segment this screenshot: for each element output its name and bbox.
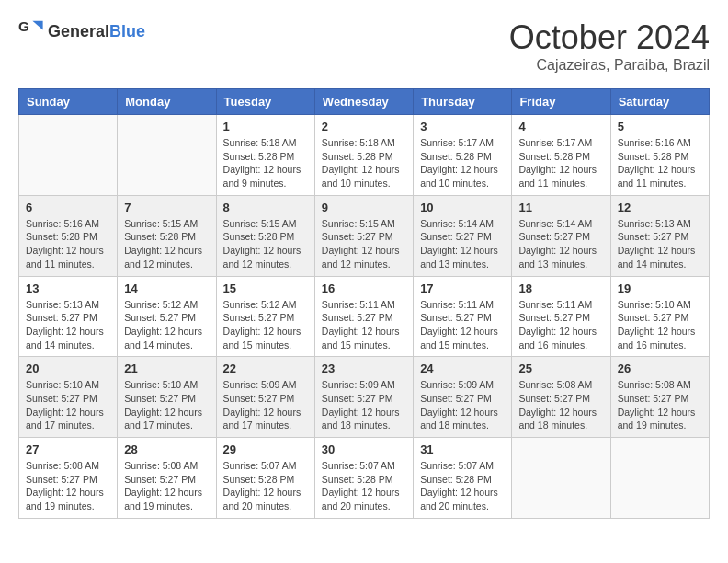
calendar-cell: 13Sunrise: 5:13 AM Sunset: 5:27 PM Dayli… [19, 276, 118, 357]
day-number: 19 [618, 282, 702, 295]
day-info: Sunrise: 5:15 AM Sunset: 5:27 PM Dayligh… [322, 217, 406, 271]
day-number: 5 [618, 120, 702, 133]
day-info: Sunrise: 5:07 AM Sunset: 5:28 PM Dayligh… [223, 459, 308, 513]
day-number: 6 [26, 201, 110, 214]
calendar-cell: 27Sunrise: 5:08 AM Sunset: 5:27 PM Dayli… [19, 438, 118, 519]
svg-text:G: G [18, 18, 29, 34]
calendar-cell: 26Sunrise: 5:08 AM Sunset: 5:27 PM Dayli… [610, 357, 709, 438]
calendar-cell: 5Sunrise: 5:16 AM Sunset: 5:28 PM Daylig… [610, 115, 709, 196]
day-number: 1 [223, 120, 308, 133]
calendar-cell: 18Sunrise: 5:11 AM Sunset: 5:27 PM Dayli… [512, 276, 610, 357]
month-title: October 2024 [509, 18, 710, 57]
calendar-cell: 1Sunrise: 5:18 AM Sunset: 5:28 PM Daylig… [216, 115, 314, 196]
day-info: Sunrise: 5:07 AM Sunset: 5:28 PM Dayligh… [420, 459, 505, 513]
calendar-cell [19, 115, 118, 196]
svg-marker-1 [32, 21, 42, 30]
calendar-cell: 14Sunrise: 5:12 AM Sunset: 5:27 PM Dayli… [118, 276, 216, 357]
day-number: 16 [322, 282, 406, 295]
title-area: October 2024 Cajazeiras, Paraiba, Brazil [509, 18, 710, 74]
calendar-week-row: 20Sunrise: 5:10 AM Sunset: 5:27 PM Dayli… [19, 357, 710, 438]
calendar-cell: 4Sunrise: 5:17 AM Sunset: 5:28 PM Daylig… [512, 115, 610, 196]
day-number: 17 [420, 282, 505, 295]
calendar-cell: 16Sunrise: 5:11 AM Sunset: 5:27 PM Dayli… [314, 276, 413, 357]
day-info: Sunrise: 5:10 AM Sunset: 5:27 PM Dayligh… [26, 378, 110, 432]
calendar-cell: 22Sunrise: 5:09 AM Sunset: 5:27 PM Dayli… [216, 357, 314, 438]
calendar-cell: 15Sunrise: 5:12 AM Sunset: 5:27 PM Dayli… [216, 276, 314, 357]
day-info: Sunrise: 5:09 AM Sunset: 5:27 PM Dayligh… [223, 378, 308, 432]
calendar-cell: 9Sunrise: 5:15 AM Sunset: 5:27 PM Daylig… [314, 195, 413, 276]
day-info: Sunrise: 5:15 AM Sunset: 5:28 PM Dayligh… [124, 217, 209, 271]
calendar-week-row: 13Sunrise: 5:13 AM Sunset: 5:27 PM Dayli… [19, 276, 710, 357]
day-number: 20 [26, 362, 110, 375]
calendar-cell: 20Sunrise: 5:10 AM Sunset: 5:27 PM Dayli… [19, 357, 118, 438]
day-info: Sunrise: 5:11 AM Sunset: 5:27 PM Dayligh… [322, 298, 406, 352]
weekday-header-cell: Saturday [610, 89, 709, 115]
day-info: Sunrise: 5:16 AM Sunset: 5:28 PM Dayligh… [26, 217, 110, 271]
calendar-cell: 29Sunrise: 5:07 AM Sunset: 5:28 PM Dayli… [216, 438, 314, 519]
day-info: Sunrise: 5:12 AM Sunset: 5:27 PM Dayligh… [124, 298, 209, 352]
day-info: Sunrise: 5:08 AM Sunset: 5:27 PM Dayligh… [124, 459, 209, 513]
day-info: Sunrise: 5:18 AM Sunset: 5:28 PM Dayligh… [322, 136, 406, 190]
calendar-cell: 11Sunrise: 5:14 AM Sunset: 5:27 PM Dayli… [512, 195, 610, 276]
calendar-cell: 2Sunrise: 5:18 AM Sunset: 5:28 PM Daylig… [314, 115, 413, 196]
logo-icon: G [18, 18, 44, 44]
day-number: 2 [322, 120, 406, 133]
day-info: Sunrise: 5:16 AM Sunset: 5:28 PM Dayligh… [618, 136, 702, 190]
calendar-week-row: 1Sunrise: 5:18 AM Sunset: 5:28 PM Daylig… [19, 115, 710, 196]
calendar-cell: 31Sunrise: 5:07 AM Sunset: 5:28 PM Dayli… [414, 438, 512, 519]
day-info: Sunrise: 5:09 AM Sunset: 5:27 PM Dayligh… [420, 378, 505, 432]
day-info: Sunrise: 5:11 AM Sunset: 5:27 PM Dayligh… [518, 298, 603, 352]
day-info: Sunrise: 5:12 AM Sunset: 5:27 PM Dayligh… [223, 298, 308, 352]
calendar-cell: 28Sunrise: 5:08 AM Sunset: 5:27 PM Dayli… [118, 438, 216, 519]
day-info: Sunrise: 5:13 AM Sunset: 5:27 PM Dayligh… [618, 217, 702, 271]
logo-text-blue: Blue [109, 22, 145, 40]
day-info: Sunrise: 5:14 AM Sunset: 5:27 PM Dayligh… [518, 217, 603, 271]
calendar-body: 1Sunrise: 5:18 AM Sunset: 5:28 PM Daylig… [19, 115, 710, 519]
calendar-cell: 7Sunrise: 5:15 AM Sunset: 5:28 PM Daylig… [118, 195, 216, 276]
day-info: Sunrise: 5:15 AM Sunset: 5:28 PM Dayligh… [223, 217, 308, 271]
day-number: 14 [124, 282, 209, 295]
calendar-cell: 21Sunrise: 5:10 AM Sunset: 5:27 PM Dayli… [118, 357, 216, 438]
day-number: 23 [322, 362, 406, 375]
day-info: Sunrise: 5:08 AM Sunset: 5:27 PM Dayligh… [518, 378, 603, 432]
day-number: 15 [223, 282, 308, 295]
logo: G GeneralBlue [18, 18, 145, 44]
day-info: Sunrise: 5:11 AM Sunset: 5:27 PM Dayligh… [420, 298, 505, 352]
day-number: 10 [420, 201, 505, 214]
day-number: 9 [322, 201, 406, 214]
day-info: Sunrise: 5:08 AM Sunset: 5:27 PM Dayligh… [618, 378, 702, 432]
day-info: Sunrise: 5:10 AM Sunset: 5:27 PM Dayligh… [124, 378, 209, 432]
day-number: 21 [124, 362, 209, 375]
calendar-cell: 8Sunrise: 5:15 AM Sunset: 5:28 PM Daylig… [216, 195, 314, 276]
day-number: 24 [420, 362, 505, 375]
day-info: Sunrise: 5:10 AM Sunset: 5:27 PM Dayligh… [618, 298, 702, 352]
day-info: Sunrise: 5:08 AM Sunset: 5:27 PM Dayligh… [26, 459, 110, 513]
calendar-cell [512, 438, 610, 519]
calendar-week-row: 27Sunrise: 5:08 AM Sunset: 5:27 PM Dayli… [19, 438, 710, 519]
weekday-header-cell: Sunday [19, 89, 118, 115]
day-number: 3 [420, 120, 505, 133]
day-number: 29 [223, 442, 308, 456]
day-number: 18 [518, 282, 603, 295]
day-info: Sunrise: 5:17 AM Sunset: 5:28 PM Dayligh… [420, 136, 505, 190]
calendar-cell: 25Sunrise: 5:08 AM Sunset: 5:27 PM Dayli… [512, 357, 610, 438]
day-number: 11 [518, 201, 603, 214]
calendar-cell [610, 438, 709, 519]
day-info: Sunrise: 5:07 AM Sunset: 5:28 PM Dayligh… [322, 459, 406, 513]
weekday-header-cell: Friday [512, 89, 610, 115]
calendar-cell: 24Sunrise: 5:09 AM Sunset: 5:27 PM Dayli… [414, 357, 512, 438]
calendar-table: SundayMondayTuesdayWednesdayThursdayFrid… [18, 88, 710, 519]
day-number: 27 [26, 442, 110, 456]
day-number: 4 [518, 120, 603, 133]
calendar-cell [118, 115, 216, 196]
day-info: Sunrise: 5:13 AM Sunset: 5:27 PM Dayligh… [26, 298, 110, 352]
weekday-header-cell: Thursday [414, 89, 512, 115]
calendar-cell: 3Sunrise: 5:17 AM Sunset: 5:28 PM Daylig… [414, 115, 512, 196]
calendar-week-row: 6Sunrise: 5:16 AM Sunset: 5:28 PM Daylig… [19, 195, 710, 276]
day-number: 28 [124, 442, 209, 456]
day-number: 30 [322, 442, 406, 456]
day-number: 8 [223, 201, 308, 214]
day-info: Sunrise: 5:09 AM Sunset: 5:27 PM Dayligh… [322, 378, 406, 432]
calendar-cell: 17Sunrise: 5:11 AM Sunset: 5:27 PM Dayli… [414, 276, 512, 357]
day-number: 22 [223, 362, 308, 375]
